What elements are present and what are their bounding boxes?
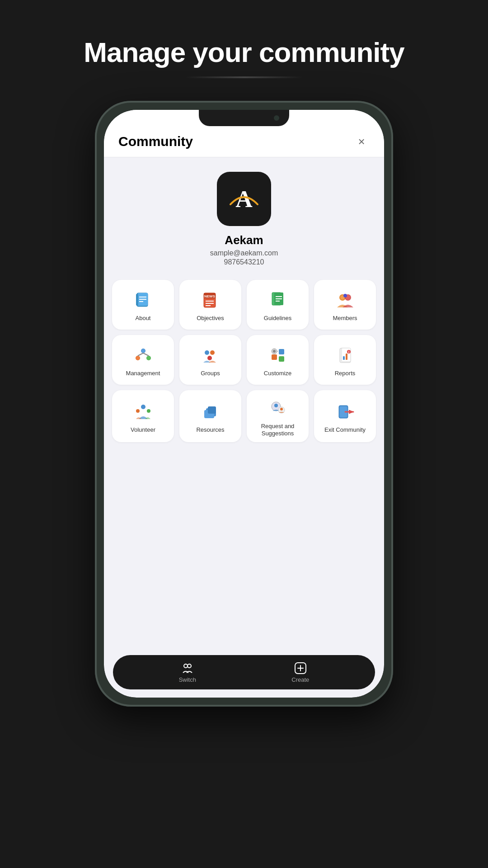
svg-text:NEWS: NEWS <box>204 294 216 298</box>
about-label: About <box>136 315 151 322</box>
svg-point-32 <box>210 350 215 355</box>
guidelines-icon <box>267 289 289 311</box>
grid-item-management[interactable]: Management <box>112 335 174 385</box>
svg-rect-42 <box>343 356 345 360</box>
close-button[interactable]: × <box>353 133 370 150</box>
svg-point-28 <box>141 349 145 353</box>
create-icon <box>294 662 307 675</box>
grid-item-groups[interactable]: Groups <box>179 335 241 385</box>
svg-point-31 <box>205 350 209 355</box>
svg-point-53 <box>274 404 278 407</box>
grid-item-about[interactable]: About <box>112 280 174 330</box>
grid-row-1: About NEWS <box>112 280 376 330</box>
svg-rect-43 <box>346 354 347 360</box>
svg-text:i: i <box>348 350 349 354</box>
camera-sensor <box>274 115 279 121</box>
grid-item-customize[interactable]: Customize <box>247 335 309 385</box>
management-label: Management <box>126 370 160 377</box>
requests-icon <box>267 397 289 419</box>
volunteer-icon <box>132 401 154 423</box>
requests-label: Request and Suggestions <box>250 423 305 437</box>
svg-point-59 <box>184 664 188 668</box>
svg-rect-34 <box>272 354 277 360</box>
grid-item-objectives[interactable]: NEWS Objectives <box>179 280 241 330</box>
members-icon <box>334 289 356 311</box>
reports-label: Reports <box>335 370 356 377</box>
about-icon <box>132 289 154 311</box>
logo-svg: A <box>226 185 262 212</box>
profile-section: A Aekam sample@aekam.com 9876543210 <box>104 157 384 275</box>
resources-label: Resources <box>196 426 224 434</box>
resources-icon <box>200 401 221 423</box>
svg-point-47 <box>136 409 140 413</box>
switch-icon <box>181 662 194 675</box>
groups-icon <box>200 344 221 366</box>
phone-inner: Community × A Aekam sample@aekam.com 987… <box>104 110 384 698</box>
create-label: Create <box>291 676 309 683</box>
community-name: Aekam <box>225 233 263 247</box>
switch-label: Switch <box>179 676 196 683</box>
switch-button[interactable]: Switch <box>179 662 196 683</box>
svg-point-38 <box>273 350 276 353</box>
bottom-bar: Switch Create <box>113 655 375 689</box>
phone-frame: Community × A Aekam sample@aekam.com 987… <box>95 101 393 707</box>
svg-point-30 <box>147 356 150 360</box>
community-email: sample@aekam.com <box>210 249 278 257</box>
exit-label: Exit Community <box>324 426 366 434</box>
grid-item-requests[interactable]: Request and Suggestions <box>247 390 309 442</box>
grid-item-guidelines[interactable]: Guidelines <box>247 280 309 330</box>
grid-item-volunteer[interactable]: Volunteer <box>112 390 174 442</box>
objectives-icon: NEWS <box>200 289 221 311</box>
community-phone: 9876543210 <box>224 258 264 266</box>
customize-label: Customize <box>264 370 291 377</box>
screen-title: Community <box>118 134 193 149</box>
grid-item-reports[interactable]: i Reports <box>314 335 376 385</box>
groups-label: Groups <box>201 370 220 377</box>
grid-row-3: Volunteer Resources <box>112 390 376 442</box>
create-button[interactable]: Create <box>291 662 309 683</box>
svg-line-27 <box>143 353 149 356</box>
svg-point-60 <box>188 664 191 668</box>
svg-point-48 <box>147 409 150 413</box>
guidelines-label: Guidelines <box>264 315 291 322</box>
volunteer-label: Volunteer <box>131 426 155 434</box>
grid-item-exit[interactable]: Exit Community <box>314 390 376 442</box>
screen: Community × A Aekam sample@aekam.com 987… <box>104 110 384 698</box>
menu-grid: About NEWS <box>104 275 384 651</box>
svg-point-22 <box>343 294 347 297</box>
objectives-label: Objectives <box>197 315 224 322</box>
svg-line-26 <box>138 353 143 356</box>
title-underline <box>185 76 303 78</box>
members-label: Members <box>333 315 357 322</box>
customize-icon <box>267 344 289 366</box>
grid-item-members[interactable]: Members <box>314 280 376 330</box>
exit-icon <box>334 401 356 423</box>
reports-icon: i <box>334 344 356 366</box>
svg-point-33 <box>207 356 212 360</box>
svg-rect-51 <box>208 406 216 414</box>
svg-point-55 <box>280 408 283 410</box>
svg-rect-36 <box>279 356 284 362</box>
page-title: Manage your community <box>84 36 404 68</box>
grid-row-2: Management Gro <box>112 335 376 385</box>
management-icon <box>132 344 154 366</box>
svg-point-29 <box>136 356 140 360</box>
community-logo: A <box>217 172 271 226</box>
svg-rect-6 <box>136 294 138 306</box>
svg-point-46 <box>141 405 145 409</box>
svg-rect-35 <box>279 349 284 354</box>
notch <box>199 110 289 126</box>
grid-item-resources[interactable]: Resources <box>179 390 241 442</box>
